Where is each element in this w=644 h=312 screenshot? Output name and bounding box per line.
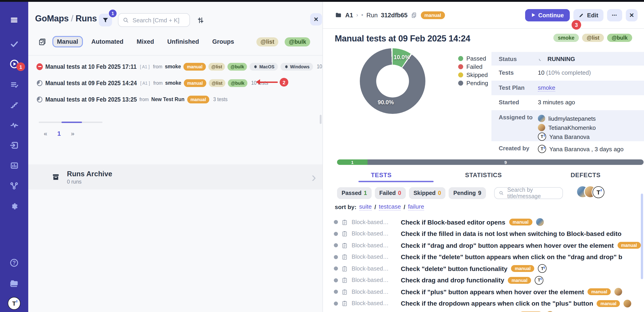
tab-unfinished[interactable]: Unfinished bbox=[163, 36, 204, 47]
chart-legend: PassedFailedSkippedPending bbox=[458, 54, 488, 87]
tune-filters-button[interactable] bbox=[195, 14, 206, 26]
info-row: Started3 minutes ago bbox=[492, 95, 644, 110]
run-tag-bulk[interactable]: @bulk bbox=[607, 34, 632, 42]
documents-folder-icon[interactable] bbox=[0, 276, 28, 290]
runs-archive-card[interactable]: Runs Archive 0 runs › bbox=[28, 164, 322, 190]
edit-button[interactable]: Edit bbox=[574, 9, 603, 21]
test-case-icon bbox=[342, 231, 348, 237]
mini-scrollbar-thumb[interactable] bbox=[62, 122, 82, 123]
suite-name: Block-based… bbox=[352, 289, 397, 295]
test-row[interactable]: Block-based…Check if the filled in data … bbox=[323, 228, 644, 240]
suite-name: Block-based… bbox=[352, 277, 397, 284]
test-row[interactable]: Block-based…Check if Block-based editor … bbox=[323, 216, 644, 228]
menu-icon[interactable] bbox=[0, 13, 28, 27]
run-list-item[interactable]: Manual tests at 09 Feb 2025 14:24[ A1 ]f… bbox=[36, 78, 268, 88]
run-badge: @bulk bbox=[228, 63, 247, 70]
test-search-input[interactable]: Search by title/message bbox=[494, 187, 563, 199]
legend-dot bbox=[458, 56, 463, 61]
run-detail-tabs: TESTSSTATISTICSDEFECTS bbox=[330, 172, 637, 178]
legend-item: Passed bbox=[458, 54, 488, 62]
donut-label-pending: 90.0% bbox=[372, 99, 400, 106]
avatar bbox=[538, 124, 545, 131]
settings-gear-icon[interactable] bbox=[0, 200, 28, 213]
filter-failed[interactable]: Failed0 bbox=[374, 187, 406, 199]
test-row[interactable]: Block-based…Check "delete" button functi… bbox=[323, 263, 644, 274]
left-scrollbar-thumb[interactable] bbox=[320, 115, 322, 124]
reports-icon[interactable] bbox=[0, 158, 28, 172]
sort-by-suite[interactable]: suite bbox=[359, 203, 372, 210]
in-progress-status-icon bbox=[36, 80, 43, 86]
tab-manual[interactable]: Manual bbox=[52, 36, 83, 47]
runs-play-icon[interactable]: 1 bbox=[0, 57, 28, 70]
test-row[interactable]: Block-based…Check if "plus" button appea… bbox=[323, 286, 644, 298]
archive-title: Runs Archive bbox=[67, 170, 112, 178]
page-prev[interactable]: « bbox=[44, 130, 47, 137]
page-current[interactable]: 1 bbox=[58, 130, 61, 137]
legend-dot bbox=[458, 72, 463, 77]
run-ref: [ A1 ] bbox=[140, 64, 150, 69]
tab-tests[interactable]: TESTS bbox=[330, 172, 432, 178]
avatar bbox=[624, 300, 632, 308]
steps-icon[interactable] bbox=[0, 98, 28, 112]
test-cases-icon[interactable] bbox=[0, 78, 28, 92]
run-ref: [ A1 ] bbox=[140, 80, 150, 86]
filter-annotation-badge: 1 bbox=[108, 9, 117, 18]
close-run-panel-button[interactable]: ✕ bbox=[626, 9, 638, 21]
search-placeholder: Search by title/message bbox=[507, 187, 558, 200]
tag-filter-bulk[interactable]: @bulk bbox=[285, 37, 310, 46]
tab-automated[interactable]: Automated bbox=[87, 36, 128, 47]
sort-by-failure[interactable]: failure bbox=[408, 203, 424, 210]
assignee: TetianaKhomenko bbox=[538, 123, 596, 132]
test-plan-link[interactable]: smoke bbox=[538, 84, 556, 92]
run-list-item[interactable]: Manual tests at 10 Feb 2025 17:11[ A1 ]f… bbox=[36, 62, 323, 72]
test-row[interactable]: Block-based…manual bbox=[323, 309, 644, 312]
run-tag-smoke[interactable]: smoke bbox=[553, 34, 579, 42]
test-title: Check if the "delete" button appears whe… bbox=[401, 254, 622, 261]
run-badge: manual bbox=[184, 79, 206, 87]
test-row[interactable]: Block-based…Check if "drag and drop" but… bbox=[323, 240, 644, 251]
run-breadcrumb: A1 › • Run 312dfb65 manual bbox=[335, 11, 445, 19]
copy-icon[interactable] bbox=[411, 12, 418, 18]
sort-by-testcase[interactable]: testcase bbox=[379, 203, 401, 210]
profile-avatar[interactable]: T bbox=[0, 296, 28, 310]
annotation-arrow-head bbox=[256, 79, 260, 85]
test-badge: manual bbox=[617, 242, 640, 249]
mini-scrollbar-track[interactable] bbox=[39, 122, 102, 123]
tasks-check-icon[interactable] bbox=[0, 37, 28, 50]
import-icon[interactable] bbox=[0, 138, 28, 152]
filter-skipped[interactable]: Skipped0 bbox=[409, 187, 446, 199]
tests-scrollbar-thumb[interactable] bbox=[641, 194, 643, 279]
run-badge: @list bbox=[208, 79, 225, 87]
tab-defects[interactable]: DEFECTS bbox=[534, 172, 637, 178]
tab-groups[interactable]: Groups bbox=[208, 36, 239, 47]
filter-passed[interactable]: Passed1 bbox=[337, 187, 372, 199]
more-button[interactable]: ••• bbox=[607, 9, 622, 21]
bulk-select-icon[interactable] bbox=[38, 38, 46, 46]
filter-pending[interactable]: Pending9 bbox=[449, 187, 486, 199]
search-input[interactable]: Search [Cmd + K] bbox=[118, 13, 190, 27]
tab-mixed[interactable]: Mixed bbox=[132, 36, 159, 47]
breadcrumb-dot: • bbox=[362, 12, 363, 18]
close-left-panel-button[interactable]: ✕ bbox=[310, 13, 322, 26]
run-title-row: Manual tests at 09 Feb 2025 14:24 smoke@… bbox=[335, 34, 632, 44]
tab-statistics[interactable]: STATISTICS bbox=[432, 172, 535, 178]
test-row[interactable]: Block-based…Check if the "delete" button… bbox=[323, 251, 644, 263]
continue-button[interactable]: Continue bbox=[525, 9, 570, 21]
tabs-container: ManualAutomatedMixedUnfinishedGroups bbox=[52, 36, 239, 47]
test-row[interactable]: Block-based…Check if the dropdown appear… bbox=[323, 298, 644, 309]
test-row[interactable]: Block-based…Check drag and drop function… bbox=[323, 274, 644, 286]
project-code[interactable]: A1 bbox=[345, 12, 353, 18]
run-type-tabs: ManualAutomatedMixedUnfinishedGroups @li… bbox=[38, 36, 310, 47]
tag-filter-list[interactable]: @list bbox=[256, 37, 278, 46]
run-list-item[interactable]: Manual tests at 09 Feb 2025 13:25fromNew… bbox=[36, 94, 228, 104]
page-next[interactable]: » bbox=[71, 130, 74, 137]
integrations-branch-icon[interactable] bbox=[0, 179, 28, 193]
info-label: Assigned to bbox=[499, 114, 538, 121]
activity-pulse-icon[interactable] bbox=[0, 118, 28, 132]
test-badge: manual bbox=[597, 300, 620, 307]
assignee-avatar-stack[interactable]: T bbox=[577, 186, 604, 198]
pencil-icon bbox=[578, 12, 584, 18]
run-tag-list[interactable]: @list bbox=[582, 34, 604, 42]
suite-name: Block-based… bbox=[352, 300, 397, 307]
help-icon[interactable]: ? bbox=[0, 256, 28, 270]
